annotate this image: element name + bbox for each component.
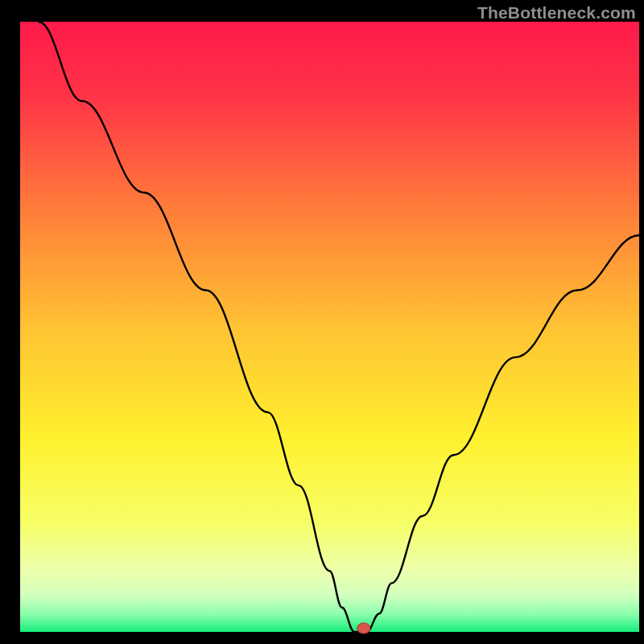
minimum-marker [357,623,370,634]
plot-background [20,22,639,632]
chart-frame: TheBottleneck.com [0,0,644,644]
watermark-text: TheBottleneck.com [477,3,636,23]
chart-svg [0,0,644,644]
